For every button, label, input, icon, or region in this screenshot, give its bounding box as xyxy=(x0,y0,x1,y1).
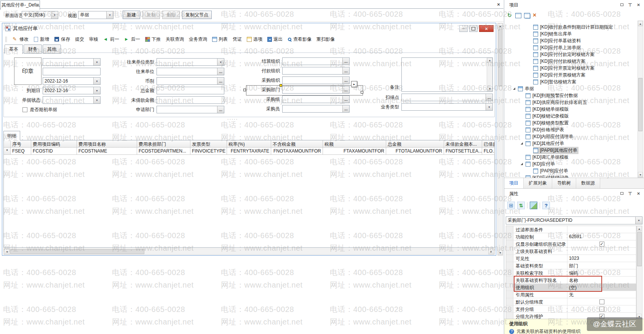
grid-column-header[interactable] xyxy=(4,140,11,148)
grid-field-cell[interactable]: FTAXAMOUNTFOR xyxy=(323,148,386,155)
grid-column-header[interactable]: 费用项目名称 xyxy=(77,140,137,148)
due-date-field[interactable]: 2022-12-16 xyxy=(43,87,101,94)
purchase-dept-field-selected[interactable] xyxy=(282,86,350,94)
scroll-up-icon[interactable]: ▲ xyxy=(487,58,492,63)
toolbar-item-9[interactable]: 业务查询 xyxy=(189,36,207,43)
minimize-button[interactable] xyxy=(459,25,468,32)
maximize-button[interactable] xyxy=(469,25,478,32)
toolbar-item-save[interactable]: 保存 xyxy=(54,36,70,43)
tree-item[interactable]: [KD]应付单 xyxy=(504,161,644,167)
tree-item[interactable]: [KD]其他应付单 xyxy=(504,140,644,147)
tree-item[interactable]: [KD]收付款条件到期日计算日期指定 xyxy=(504,24,644,30)
pin-icon[interactable] xyxy=(628,2,633,7)
categorized-view-icon[interactable] xyxy=(507,202,515,209)
grid-column-header[interactable]: 序号 xyxy=(11,140,31,148)
scrollbar-thumb[interactable] xyxy=(638,78,642,131)
lookup-ellipsis-icon[interactable] xyxy=(342,86,349,93)
tree-item[interactable]: [KD]核销类型配置 xyxy=(504,119,644,126)
grid-column-header[interactable]: 税率(%) xyxy=(227,140,271,148)
tree-item[interactable]: [KD]核销单据模版 xyxy=(504,106,644,113)
chevron-down-icon[interactable] xyxy=(51,11,58,19)
chevron-down-icon[interactable] xyxy=(93,59,100,65)
close-icon[interactable] xyxy=(636,191,641,196)
chevron-down-icon[interactable] xyxy=(217,59,224,65)
grid-field-cell[interactable]: FCOSTNAME xyxy=(77,148,137,155)
bill-status-field[interactable] xyxy=(43,96,101,104)
pin-icon[interactable] xyxy=(628,191,633,196)
grid-field-cell[interactable]: FNOTAXAMOUNTFOR xyxy=(271,148,323,155)
dock-tab-1[interactable]: 扩展对象 xyxy=(524,178,552,188)
copy-parent-node-button[interactable]: 复制父节点 xyxy=(182,11,212,19)
property-row[interactable]: 关联检索字段编码 xyxy=(506,269,636,277)
tree-item[interactable]: [PAPB]其他应付单 xyxy=(504,147,644,154)
grid-field-cell[interactable]: FLO... xyxy=(482,148,495,155)
tab-other[interactable]: 其他 xyxy=(43,45,61,54)
lookup-ellipsis-icon[interactable] xyxy=(342,105,349,112)
restore-icon[interactable] xyxy=(619,2,624,7)
initial-bill-checkbox[interactable] xyxy=(22,107,27,112)
scroll-left-icon[interactable]: ◄ xyxy=(4,249,10,254)
splitter-handle[interactable]: ····· xyxy=(219,117,246,121)
toolbar-item-lens[interactable]: 查看影像 xyxy=(288,36,312,43)
window-icon[interactable] xyxy=(515,13,521,18)
grid-column-header[interactable]: 费用承担部门 xyxy=(137,140,190,148)
grid-column-header[interactable]: 总金额 xyxy=(386,140,444,148)
tree-item[interactable]: [KD]应付开票定时核销方案 xyxy=(504,65,644,72)
tree-item[interactable]: [KD]供应商应付款排名前五 xyxy=(504,99,644,106)
close-icon[interactable] xyxy=(636,2,641,7)
checkbox-off[interactable] xyxy=(599,307,604,312)
restore-icon[interactable] xyxy=(619,191,624,196)
tab-basic[interactable]: 基本 xyxy=(5,45,23,54)
toolbar-item-8[interactable]: 关联查询 xyxy=(166,36,184,43)
scroll-down-icon[interactable]: ▼ xyxy=(638,172,643,177)
property-row[interactable]: 关联基础资料字段名名称 xyxy=(506,277,636,284)
wrench-icon[interactable] xyxy=(533,13,538,18)
tree-item[interactable]: [KD]核销记录模版 xyxy=(504,113,644,119)
chevron-down-icon[interactable] xyxy=(93,97,100,103)
scrollbar-thumb[interactable] xyxy=(637,232,642,266)
new-button[interactable]: 新建 xyxy=(123,11,140,19)
toolbar-item-options[interactable]: 选项 xyxy=(247,36,262,43)
remark-textarea[interactable]: ▲ ▼ xyxy=(401,57,493,92)
purchaser-field[interactable] xyxy=(282,105,350,113)
toolbar-item-page[interactable]: 新增 xyxy=(34,36,49,43)
scan-point-field[interactable] xyxy=(401,94,493,101)
sort-alphabetical-icon[interactable] xyxy=(517,202,525,209)
scroll-down-icon[interactable]: ▼ xyxy=(498,250,503,255)
grid-column-header[interactable]: 费用项目编码 xyxy=(31,140,77,148)
properties-scrollbar[interactable]: ▲ ▼ xyxy=(636,226,642,320)
chevron-down-icon[interactable] xyxy=(93,87,100,94)
dock-tab-3[interactable]: 数据源 xyxy=(576,178,600,188)
property-row[interactable]: 上级关联基础资料 xyxy=(506,248,636,255)
scroll-down-icon[interactable]: ▼ xyxy=(487,86,492,91)
lookup-ellipsis-icon[interactable] xyxy=(342,96,349,103)
toolbar-item-prev[interactable]: 前一 xyxy=(103,36,119,43)
scrollbar-thumb[interactable] xyxy=(10,249,144,254)
dock-tab-0[interactable]: 项目 xyxy=(504,178,524,188)
document-tab[interactable]: 其他应付单-_Default xyxy=(0,0,40,10)
chevron-down-icon[interactable] xyxy=(486,103,492,110)
selection-handle-anchor[interactable] xyxy=(280,84,282,87)
copy-button[interactable]: 复制 xyxy=(142,11,160,19)
tab-finance[interactable]: 财务 xyxy=(24,45,42,54)
tree-item[interactable]: [KD]暂估核销方案 xyxy=(504,78,644,85)
lookup-ellipsis-icon[interactable] xyxy=(342,67,349,74)
image-editor-icon[interactable] xyxy=(530,202,537,209)
toolbar-item-11[interactable]: 凭证 xyxy=(233,36,242,43)
property-row[interactable]: 功能控制62591 xyxy=(506,233,636,240)
property-row[interactable]: 可见性1023 xyxy=(506,255,636,262)
tree-item[interactable]: [KD]价格维护表 xyxy=(504,126,644,133)
scroll-up-icon[interactable]: ▲ xyxy=(498,23,503,29)
combo-field[interactable] xyxy=(43,58,101,66)
property-row[interactable]: 基础资料类型部门 xyxy=(506,262,636,269)
delete-button[interactable]: 删除 xyxy=(162,11,180,19)
currency-field[interactable] xyxy=(157,77,224,85)
tree-item[interactable]: [KD]应付付款定时核销方案 xyxy=(504,51,644,58)
close-button[interactable] xyxy=(479,25,494,32)
tree-item[interactable]: [KD]销售出库单 xyxy=(504,30,644,37)
tree-expander-icon[interactable] xyxy=(513,87,515,90)
tabstrip-close-icon[interactable] xyxy=(495,1,502,7)
horizontal-scrollbar[interactable]: ◄ ► xyxy=(3,248,495,255)
grid-column-header[interactable]: 发票类型 xyxy=(190,140,227,148)
smart-tag-button[interactable] xyxy=(351,81,357,87)
